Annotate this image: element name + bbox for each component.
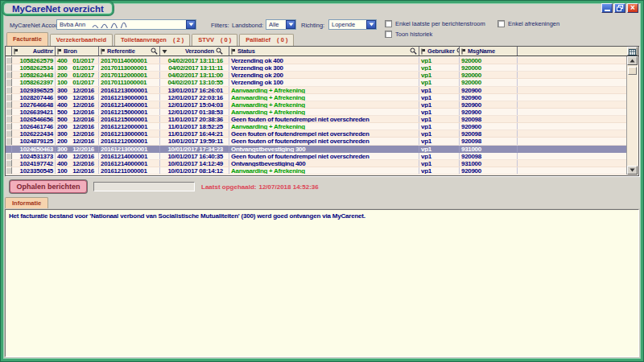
cell-verzonden: 12/01/2017 15:04:03 bbox=[160, 101, 229, 108]
close-button[interactable]: × bbox=[627, 3, 638, 13]
tab-stvv[interactable]: STVV( 0 ) bbox=[192, 34, 237, 46]
column-header-bron[interactable]: Bron bbox=[56, 47, 99, 56]
table-row[interactable]: 105826244320001/20172017011200000104/02/… bbox=[6, 72, 626, 79]
row-selector[interactable] bbox=[6, 101, 12, 108]
search-icon[interactable] bbox=[216, 47, 223, 55]
table-row[interactable]: 102453137340012/20162016121400000110/01/… bbox=[6, 153, 626, 160]
table-row[interactable]: 102654665650012/20162016121500000111/01/… bbox=[6, 116, 626, 123]
cell-status: Aanvaarding + Afrekening bbox=[229, 101, 419, 108]
table-row[interactable]: 102622243430012/20162016121300000111/01/… bbox=[6, 130, 626, 138]
column-label: Referentie bbox=[107, 47, 149, 55]
cell-msgname: 920098 bbox=[460, 153, 518, 159]
cell-auditnr: 1024650463 bbox=[12, 146, 56, 152]
cell-msgname: 931000 bbox=[460, 160, 518, 167]
minimize-button[interactable] bbox=[601, 3, 613, 13]
table-row[interactable]: 102820744690012/20162016121900000112/01/… bbox=[6, 94, 626, 101]
tab-toiletaanvragen[interactable]: Toiletaanvragen( 2 ) bbox=[114, 34, 190, 46]
cell-status: Ontvangstbevestiging 300 bbox=[229, 146, 419, 152]
cell-msgname: 920098 bbox=[460, 130, 518, 137]
richting-dropdown-button[interactable] bbox=[366, 20, 376, 29]
row-selector[interactable] bbox=[6, 79, 12, 85]
column-header-referentie[interactable]: Referentie bbox=[99, 47, 160, 56]
cell-gebruiker: vp1 bbox=[419, 167, 460, 174]
landsbond-dropdown-button[interactable] bbox=[286, 20, 295, 29]
account-dropdown-button[interactable] bbox=[186, 20, 196, 29]
column-header-msgname[interactable]: MsgName bbox=[460, 47, 518, 56]
column-flag-icon bbox=[231, 48, 236, 55]
row-filler bbox=[518, 57, 626, 64]
last-fetched-text: Laatst opgehaald:12/07/2018 14:52:36 bbox=[201, 183, 321, 191]
scroll-thumb[interactable] bbox=[628, 67, 637, 75]
row-selector[interactable] bbox=[6, 57, 12, 64]
window-title-text: MyCareNet overzicht bbox=[12, 4, 104, 14]
info-textarea[interactable]: Het facturatie bestand voor 'Nationaal v… bbox=[5, 209, 639, 357]
cell-gebruiker: vp1 bbox=[419, 109, 460, 115]
row-selector[interactable] bbox=[6, 130, 12, 137]
scroll-up-button[interactable] bbox=[627, 56, 638, 65]
row-selector[interactable] bbox=[6, 72, 12, 78]
arrow-up-icon bbox=[630, 59, 635, 63]
checkbox-toon-historiek[interactable]: Toon historiek bbox=[385, 31, 432, 38]
table-row[interactable]: 102663942150012/20162016121500000112/01/… bbox=[6, 109, 626, 116]
table-row[interactable]: 102646174620012/20162016121200000111/01/… bbox=[6, 123, 626, 130]
scroll-down-button[interactable] bbox=[627, 166, 638, 175]
row-selector[interactable] bbox=[6, 160, 12, 167]
search-icon[interactable] bbox=[410, 47, 417, 55]
column-header-auditnr[interactable]: Auditnr bbox=[12, 47, 56, 56]
richting-select[interactable]: Lopende bbox=[328, 19, 377, 30]
checkbox-enkel-afrekeningen[interactable]: Enkel afrekeningen bbox=[497, 20, 559, 27]
tab-label: STVV bbox=[198, 36, 214, 46]
cell-referentie: 20161212000001 bbox=[99, 123, 160, 130]
tab-informatie[interactable]: Informatie bbox=[5, 197, 48, 209]
cell-referentie: 20161215000001 bbox=[99, 109, 160, 115]
row-selector[interactable] bbox=[6, 123, 12, 130]
cell-auditnr: 1058262397 bbox=[12, 79, 56, 85]
search-icon[interactable] bbox=[151, 47, 158, 55]
vertical-scrollbar[interactable] bbox=[626, 56, 638, 175]
table-row[interactable]: 105826257940001/20172017011400000104/02/… bbox=[6, 57, 626, 64]
tab-facturatie[interactable]: Facturatie bbox=[6, 32, 48, 46]
checkbox-enkel-laatste[interactable]: Enkel laatste per berichtenstroom bbox=[385, 20, 485, 27]
column-header-status[interactable]: Status bbox=[229, 47, 419, 56]
cell-referentie: 20161214000001 bbox=[99, 101, 160, 108]
table-row[interactable]: 102335054510012/20162016121100000110/01/… bbox=[6, 167, 626, 175]
table-row[interactable]: 105826253430001/20172017011300000104/02/… bbox=[6, 64, 626, 72]
tab-palliatief[interactable]: Palliatief( 0 ) bbox=[239, 34, 294, 46]
progress-bar bbox=[93, 182, 195, 191]
checkbox-box bbox=[497, 20, 505, 27]
mycarenet-window: MyCareNet overzicht × MyCareNet Account … bbox=[0, 0, 644, 362]
cell-status: Aanvaarding + Afrekening bbox=[229, 87, 419, 93]
scroll-track[interactable] bbox=[627, 76, 638, 166]
table-row[interactable]: 102764664840012/20162016121400000112/01/… bbox=[6, 101, 626, 109]
landsbond-select[interactable]: Alle bbox=[266, 19, 296, 30]
table-row[interactable]: 102419774240012/20162016121400000110/01/… bbox=[6, 160, 626, 167]
table-row[interactable]: 102465046330012/20162016121300000110/01/… bbox=[6, 146, 626, 153]
fetch-messages-button[interactable]: Ophalen berichten bbox=[10, 180, 87, 193]
row-selector[interactable] bbox=[6, 167, 12, 174]
row-selector[interactable] bbox=[6, 146, 12, 152]
tab-verzekerbaarheid[interactable]: Verzekerbaarheid bbox=[50, 34, 113, 46]
account-select[interactable]: Bvba Ann bbox=[56, 19, 196, 30]
account-value: Bvba Ann bbox=[60, 21, 186, 28]
row-selector[interactable] bbox=[6, 116, 12, 122]
cell-auditnr: 1028207446 bbox=[12, 94, 56, 101]
cell-bron: 10001/2017 bbox=[56, 79, 99, 85]
row-selector[interactable] bbox=[6, 138, 12, 144]
row-selector[interactable] bbox=[6, 109, 12, 115]
cell-verzonden: 10/01/2017 14:12:49 bbox=[160, 160, 229, 167]
row-selector[interactable] bbox=[6, 94, 12, 101]
row-selector[interactable] bbox=[6, 64, 12, 71]
column-header-verzonden[interactable]: Verzonden bbox=[160, 47, 229, 56]
tab-label: Palliatief bbox=[246, 36, 270, 46]
row-selector[interactable] bbox=[6, 153, 12, 159]
row-selector[interactable] bbox=[6, 87, 12, 93]
table-row[interactable]: 105826239710001/20172017011100000104/02/… bbox=[6, 79, 626, 86]
column-picker-button[interactable] bbox=[627, 47, 638, 56]
table-row[interactable]: 102487912520012/20162016121200000110/01/… bbox=[6, 138, 626, 145]
cell-msgname: 920000 bbox=[460, 72, 518, 78]
cell-bron: 30001/2017 bbox=[56, 64, 99, 71]
redacted-scribble bbox=[92, 23, 129, 28]
table-row[interactable]: 102939652530012/20162016121300000113/01/… bbox=[6, 87, 626, 94]
restore-button[interactable] bbox=[614, 3, 625, 13]
column-header-gebruiker[interactable]: Gebruiker bbox=[419, 47, 460, 56]
